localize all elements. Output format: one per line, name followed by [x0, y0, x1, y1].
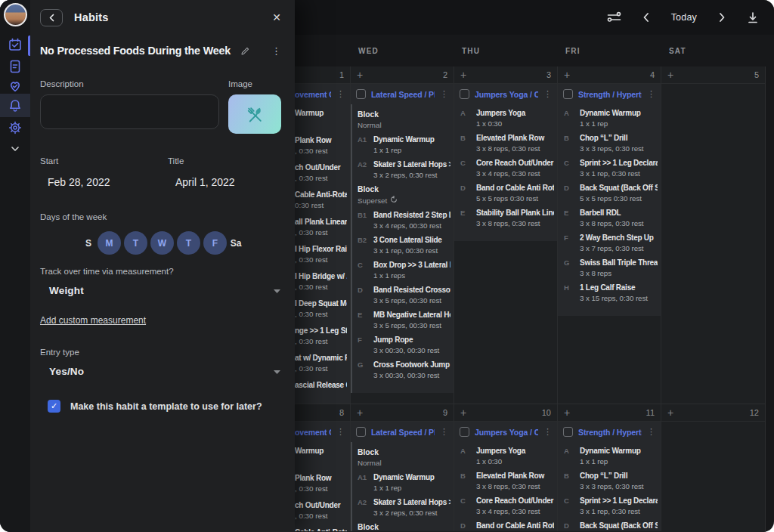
- workout-menu-kebab-icon[interactable]: ⋮: [543, 428, 552, 436]
- day-pill-t[interactable]: T: [124, 231, 147, 255]
- calendar-day-header: WED THU FRI SAT: [247, 35, 765, 66]
- workout-menu-kebab-icon[interactable]: ⋮: [336, 428, 345, 436]
- day-pill-sa[interactable]: Sa: [230, 238, 242, 249]
- entry-type-select[interactable]: Yes/No: [49, 366, 281, 377]
- day-pill-s[interactable]: S: [82, 238, 94, 249]
- add-workout-button[interactable]: +: [460, 407, 466, 418]
- sidebar-item-documents[interactable]: [8, 59, 23, 74]
- exercise-item: all Plank Linear ..., 0:30 rest: [295, 218, 347, 240]
- add-workout-button[interactable]: +: [564, 407, 570, 418]
- block-subtitle: Superset: [358, 196, 450, 205]
- exercise-label: D: [358, 286, 373, 294]
- crossed-utensils-icon: [245, 104, 265, 125]
- chevron-left-icon[interactable]: [642, 12, 651, 23]
- exercise-item: BChop “L” Drill3 x 3 reps, 0:30 rest: [564, 134, 658, 153]
- exercise-name: Band Resisted Crossover...: [373, 286, 450, 294]
- add-workout-button[interactable]: +: [357, 70, 363, 80]
- workout-title: Strength / Hypertro...: [578, 90, 642, 99]
- template-checkbox[interactable]: ✓: [48, 400, 60, 413]
- add-workout-button[interactable]: +: [357, 407, 363, 418]
- sidebar-item-health[interactable]: [8, 79, 23, 94]
- exercise-name: MB Negative Lateral Hop...: [373, 311, 450, 319]
- today-button[interactable]: Today: [671, 12, 697, 23]
- workout-card[interactable]: Strength / Hypertro...⋮ADynamic Warmup1 …: [558, 422, 661, 531]
- exercise-item: CBox Drop >> 3 Lateral H...1 x 1 reps: [358, 261, 450, 280]
- workout-menu-kebab-icon[interactable]: ⋮: [543, 90, 552, 98]
- entry-type-label: Entry type: [40, 348, 281, 357]
- workout-card[interactable]: Lateral Speed / Plyo⋮BlockNormalA1Dynami…: [351, 422, 454, 531]
- sidebar-item-notifications[interactable]: [8, 98, 23, 113]
- exercise-label: G: [564, 258, 580, 267]
- day-pill-f[interactable]: F: [203, 231, 227, 255]
- end-date-value[interactable]: April 1, 2022: [175, 176, 235, 188]
- exercise-detail: 3 x 5 reps, 00:30 rest: [373, 296, 450, 305]
- day-cell-header: +10: [454, 404, 557, 422]
- sidebar-expand-chevron[interactable]: [8, 144, 23, 159]
- exercise-name: Back Squat (Back Off Set): [580, 521, 658, 530]
- workout-checkbox[interactable]: [563, 89, 573, 99]
- workout-checkbox[interactable]: [460, 427, 469, 437]
- workout-menu-kebab-icon[interactable]: ⋮: [440, 428, 448, 436]
- day-pill-m[interactable]: M: [98, 231, 121, 255]
- exercise-item: Cable Anti-Rotati...0:30 rest: [295, 528, 347, 531]
- exercise-detail: , 0:30 rest: [295, 310, 347, 318]
- exercise-label: A1: [358, 135, 373, 144]
- workout-card[interactable]: Jumpers Yoga / Core⋮AJumpers Yoga1 x 0:3…: [454, 422, 557, 531]
- chevron-right-icon[interactable]: [717, 12, 726, 23]
- avatar[interactable]: [4, 3, 27, 26]
- workout-menu-kebab-icon[interactable]: ⋮: [336, 90, 345, 98]
- exercise-item: DBand Resisted Crossover...3 x 5 reps, 0…: [358, 286, 450, 305]
- workout-card-header: Strength / Hypertro...⋮: [558, 422, 661, 442]
- sidebar-item-settings[interactable]: [8, 120, 23, 135]
- download-icon[interactable]: [747, 11, 759, 24]
- workout-menu-kebab-icon[interactable]: ⋮: [647, 90, 655, 98]
- back-button[interactable]: [40, 9, 63, 26]
- description-input[interactable]: [40, 94, 219, 129]
- exercise-detail: 1 x 1 rep: [580, 457, 658, 466]
- exercise-detail: , 0:30 rest: [295, 283, 347, 291]
- day-pill-w[interactable]: W: [150, 231, 174, 255]
- add-workout-button[interactable]: +: [667, 70, 673, 80]
- workout-card[interactable]: Jumpers Yoga / Core⋮AJumpers Yoga1 x 0:3…: [454, 84, 557, 241]
- edit-pencil-icon[interactable]: [240, 46, 250, 56]
- measurement-select[interactable]: Weight: [49, 285, 281, 296]
- day-cell: +11Strength / Hypertro...⋮ADynamic Warmu…: [558, 404, 661, 531]
- block-title: Block: [358, 448, 450, 456]
- exercise-detail: 1 x 0:30: [476, 457, 554, 466]
- block-subtitle: Normal: [358, 121, 450, 129]
- exercise-item: l Hip Bridge w/ ..., 0:30 rest: [295, 272, 347, 294]
- exercise-label: A1: [358, 473, 373, 481]
- add-workout-button[interactable]: +: [564, 70, 570, 80]
- workout-checkbox[interactable]: [356, 89, 366, 99]
- add-workout-button[interactable]: +: [460, 70, 466, 80]
- exercise-detail: , 0:30 rest: [295, 147, 347, 155]
- exercise-name: Dynamic Warmup: [373, 135, 450, 144]
- sidebar-item-calendar[interactable]: [8, 37, 23, 52]
- start-date-value[interactable]: Feb 28, 2022: [48, 176, 168, 188]
- exercise-detail: 3 x 5 reps, 00:30 rest: [373, 321, 450, 330]
- add-workout-button[interactable]: +: [667, 407, 673, 418]
- day-number: 8: [339, 408, 344, 417]
- exercise-label: G: [358, 360, 373, 369]
- habit-image-tile[interactable]: [228, 94, 281, 134]
- exercise-item: GSwiss Ball Triple Threat3 x 8 reps: [564, 258, 658, 278]
- workout-checkbox[interactable]: [356, 427, 366, 437]
- exercise-detail: 3 x 00:30, 00:30 rest: [373, 346, 450, 355]
- habit-menu-kebab-icon[interactable]: ⋮: [271, 45, 281, 57]
- add-custom-measurement-link[interactable]: Add custom measurement: [40, 315, 146, 326]
- day-pill-t[interactable]: T: [177, 231, 200, 255]
- close-icon[interactable]: ✕: [272, 11, 281, 23]
- workout-card[interactable]: Strength / Hypertro...⋮ADynamic Warmup1 …: [558, 84, 661, 316]
- exercise-detail: 3 x 00:30, 00:30 rest: [373, 371, 450, 380]
- workout-checkbox[interactable]: [563, 427, 573, 437]
- exercise-label: F: [564, 234, 580, 242]
- workout-checkbox[interactable]: [460, 89, 469, 99]
- workout-card[interactable]: Lateral Speed / Plyo⋮BlockNormalA1Dynami…: [351, 84, 454, 393]
- workout-menu-kebab-icon[interactable]: ⋮: [440, 90, 448, 98]
- day-cell-header: +2: [351, 66, 454, 84]
- workout-menu-kebab-icon[interactable]: ⋮: [647, 428, 655, 436]
- exercise-name: Elevated Plank Row: [476, 134, 554, 142]
- days-of-week-row: SMTWTFSa: [82, 231, 281, 255]
- exercise-name: Plank Row: [295, 474, 347, 482]
- filter-sliders-icon[interactable]: [607, 11, 621, 23]
